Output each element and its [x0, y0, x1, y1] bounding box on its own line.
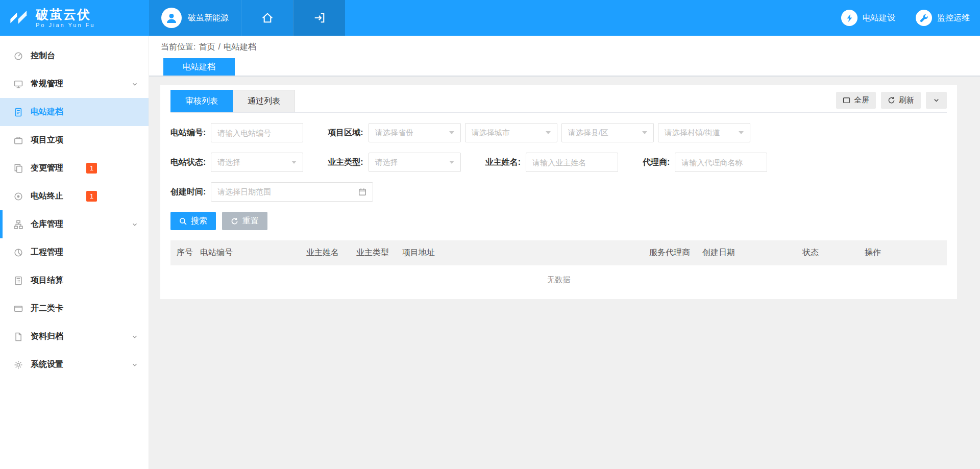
- owner-type-select[interactable]: 请选择: [369, 153, 461, 172]
- calendar-icon: [358, 188, 366, 196]
- page-tab-station-archive[interactable]: 电站建档: [163, 58, 235, 76]
- collapse-filter-button[interactable]: [926, 92, 947, 109]
- sidebar-item-label: 电站终止: [31, 191, 63, 202]
- filter-form: 电站编号: 项目区域: 请选择省份 请选择城市: [170, 113, 947, 230]
- nav-monitor-ops[interactable]: 监控运维: [905, 0, 980, 36]
- tab-review-list[interactable]: 审核列表: [170, 90, 233, 112]
- sidebar: 控制台 常规管理 电站建档: [0, 36, 149, 469]
- sidebar-item-station-termination[interactable]: 电站终止 1: [0, 182, 149, 210]
- search-button[interactable]: 搜索: [170, 212, 216, 230]
- chevron-down-icon: [933, 96, 940, 104]
- station-status-label: 电站状态:: [170, 157, 206, 168]
- filter-region: 项目区域: 请选择省份 请选择城市: [328, 123, 750, 142]
- tab-passed-list[interactable]: 通过列表: [233, 90, 295, 112]
- record-circle-icon: [14, 192, 23, 201]
- gear-icon: [14, 360, 23, 369]
- change-mgmt-badge: 1: [86, 163, 97, 174]
- fullscreen-label: 全屏: [854, 95, 869, 105]
- wrench-icon: [916, 10, 932, 26]
- refresh-label: 刷新: [899, 95, 914, 105]
- town-select[interactable]: 请选择村镇/街道: [658, 123, 750, 142]
- chevron-down-icon: [131, 81, 138, 88]
- col-header-status: 状态: [796, 248, 859, 258]
- filter-created-time: 创建时间: 请选择日期范围: [170, 182, 373, 202]
- filter-row-2: 电站状态: 请选择 业主类型: 请选择: [170, 153, 947, 172]
- city-select[interactable]: 请选择城市: [465, 123, 557, 142]
- chevron-down-icon: [131, 333, 138, 340]
- station-no-input[interactable]: [211, 123, 303, 142]
- nav-station-build[interactable]: 电站建设: [831, 0, 905, 36]
- date-range-input[interactable]: 请选择日期范围: [211, 182, 373, 202]
- filter-station-no: 电站编号:: [170, 123, 303, 142]
- avatar: [161, 8, 182, 28]
- sidebar-item-change-mgmt[interactable]: 变更管理 1: [0, 154, 149, 182]
- sidebar-item-label: 资料归档: [31, 331, 63, 342]
- sidebar-item-engineering-mgmt[interactable]: 工程管理: [0, 238, 149, 266]
- user-name: 破茧新能源: [188, 13, 229, 23]
- briefcase-icon: [14, 136, 23, 145]
- sidebar-item-station-archive[interactable]: 电站建档: [0, 98, 149, 126]
- monitor-icon: [14, 80, 23, 89]
- station-termination-badge: 1: [86, 191, 97, 202]
- county-select[interactable]: 请选择县/区: [561, 123, 654, 142]
- filter-row-1: 电站编号: 项目区域: 请选择省份 请选择城市: [170, 123, 947, 142]
- copy-icon: [14, 164, 23, 173]
- date-range-placeholder: 请选择日期范围: [217, 187, 271, 197]
- breadcrumb-current: 电站建档: [224, 42, 256, 53]
- sidebar-item-class2-card[interactable]: 开二类卡: [0, 294, 149, 323]
- home-button[interactable]: [241, 0, 293, 36]
- sidebar-item-label: 仓库管理: [31, 219, 63, 230]
- lightning-icon: [841, 10, 857, 26]
- filter-station-status: 电站状态: 请选择: [170, 153, 303, 172]
- reset-icon: [231, 217, 238, 225]
- dashboard-icon: [14, 52, 23, 61]
- col-header-owner-name: 业主姓名: [300, 248, 350, 258]
- nav-monitor-ops-label: 监控运维: [937, 13, 970, 23]
- owner-type-label: 业主类型:: [328, 157, 363, 168]
- refresh-button[interactable]: 刷新: [881, 92, 921, 109]
- breadcrumb: 当前位置: 首页 / 电站建档: [149, 36, 980, 58]
- sidebar-item-warehouse-mgmt[interactable]: 仓库管理: [0, 210, 149, 238]
- calculator-icon: [14, 276, 23, 285]
- panel-toolbar: 全屏 刷新: [836, 92, 947, 109]
- filter-owner-name: 业主姓名:: [485, 153, 618, 172]
- agent-input[interactable]: [675, 153, 767, 172]
- sidebar-item-project-initiation[interactable]: 项目立项: [0, 126, 149, 154]
- sidebar-item-label: 项目立项: [31, 135, 63, 145]
- sidebar-item-label: 工程管理: [31, 247, 63, 258]
- station-status-select[interactable]: 请选择: [211, 153, 303, 172]
- page-tab-bar: 电站建档: [149, 58, 980, 77]
- reset-label: 重置: [242, 216, 259, 227]
- filter-actions: 搜索 重置: [170, 212, 947, 230]
- sidebar-item-project-settlement[interactable]: 项目结算: [0, 266, 149, 294]
- sitemap-icon: [14, 220, 23, 229]
- caret-down-icon: [546, 131, 551, 134]
- province-select-placeholder: 请选择省份: [375, 128, 413, 138]
- sidebar-item-label: 项目结算: [31, 275, 63, 286]
- user-menu[interactable]: 破茧新能源: [149, 0, 241, 36]
- breadcrumb-home-link[interactable]: 首页: [199, 42, 215, 53]
- document-icon: [14, 108, 23, 117]
- station-archive-panel: 审核列表 通过列表 全屏 刷新: [160, 85, 957, 299]
- search-icon: [179, 217, 187, 225]
- sidebar-item-console[interactable]: 控制台: [0, 42, 149, 70]
- col-header-actions: 操作: [859, 248, 947, 258]
- archive-file-icon: [14, 332, 23, 341]
- card-icon: [14, 304, 23, 313]
- filter-owner-type: 业主类型: 请选择: [328, 153, 460, 172]
- owner-name-input[interactable]: [526, 153, 618, 172]
- sidebar-item-data-archive[interactable]: 资料归档: [0, 323, 149, 351]
- sidebar-item-system-settings[interactable]: 系统设置: [0, 351, 149, 379]
- sidebar-item-general-mgmt[interactable]: 常规管理: [0, 70, 149, 98]
- app-logo: 破茧云伏 Po Jian Yun Fu: [0, 0, 149, 36]
- fullscreen-button[interactable]: 全屏: [836, 92, 876, 109]
- signin-button[interactable]: [293, 0, 345, 36]
- reset-button[interactable]: 重置: [222, 212, 267, 230]
- county-select-placeholder: 请选择县/区: [568, 128, 608, 138]
- table-header-row: 序号 电站编号 业主姓名 业主类型 项目地址 服务代理商 创建日期 状态 操作: [170, 240, 947, 265]
- town-select-placeholder: 请选择村镇/街道: [665, 128, 720, 138]
- col-header-index: 序号: [170, 248, 194, 258]
- sidebar-item-label: 电站建档: [31, 107, 63, 117]
- logo-title: 破茧云伏: [36, 8, 95, 22]
- province-select[interactable]: 请选择省份: [369, 123, 461, 142]
